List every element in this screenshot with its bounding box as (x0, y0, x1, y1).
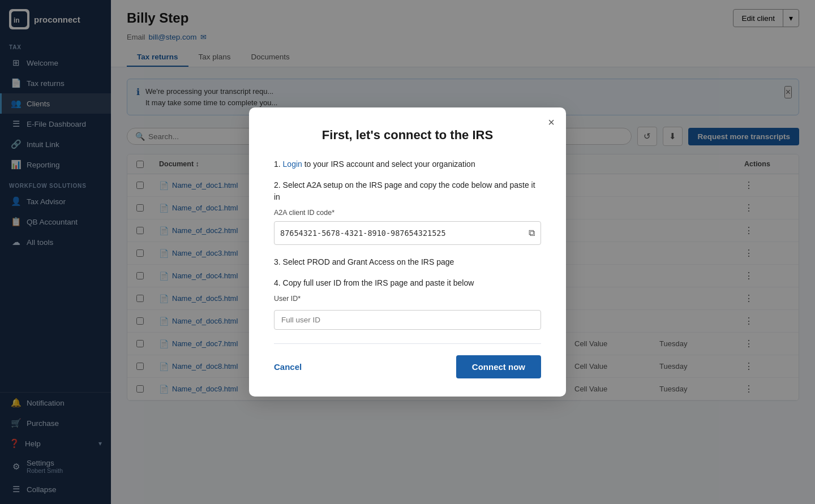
step3-text: Select PROD and Grant Access on the IRS … (283, 257, 454, 266)
modal-step3: 3. Select PROD and Grant Access on the I… (274, 256, 541, 268)
modal-divider (274, 343, 541, 344)
login-link[interactable]: Login (283, 160, 302, 169)
modal-step1: 1. Login to your IRS account and select … (274, 158, 541, 170)
step2-label: A2A client ID code* (274, 208, 541, 218)
step2-text: Select A2A setup on the IRS page and cop… (274, 180, 535, 201)
code-field: 87654321-5678-4321-8910-987654321525 ⧉ (274, 221, 541, 245)
modal-close-button[interactable]: × (548, 117, 555, 128)
connect-now-button[interactable]: Connect now (456, 355, 541, 378)
modal-title: First, let's connect to the IRS (274, 128, 541, 143)
cancel-button[interactable]: Cancel (274, 362, 302, 372)
user-id-input[interactable] (274, 310, 541, 330)
modal-step2: 2. Select A2A setup on the IRS page and … (274, 179, 541, 245)
modal-overlay[interactable]: × First, let's connect to the IRS 1. Log… (0, 0, 815, 504)
step1-suffix: to your IRS account and select your orga… (302, 160, 475, 169)
step4-text: Copy full user ID from the IRS page and … (283, 278, 474, 287)
irs-connect-modal: × First, let's connect to the IRS 1. Log… (249, 107, 566, 397)
modal-step4: 4. Copy full user ID from the IRS page a… (274, 277, 541, 330)
modal-footer: Cancel Connect now (274, 355, 541, 378)
copy-icon[interactable]: ⧉ (529, 226, 535, 240)
a2a-code: 87654321-5678-4321-8910-987654321525 (280, 227, 529, 239)
user-id-label: User ID* (274, 294, 541, 304)
